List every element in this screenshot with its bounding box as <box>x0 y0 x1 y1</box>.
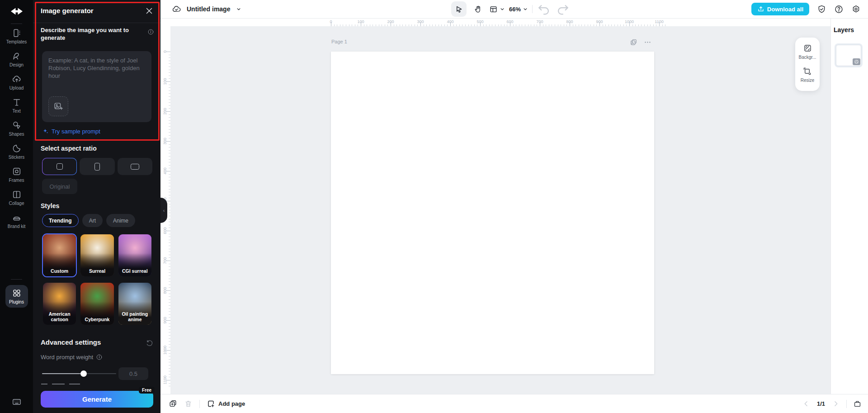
export-box-icon[interactable] <box>853 399 862 408</box>
generate-button-label: Generate <box>82 395 112 403</box>
sidebar-item-collage[interactable]: Collage <box>2 190 31 206</box>
sidebar-item-upload[interactable]: Upload <box>2 74 31 91</box>
word-prompt-weight-value[interactable] <box>118 367 148 380</box>
slider-thumb[interactable] <box>80 370 87 377</box>
v-ruler-label: 600 <box>163 226 167 235</box>
horizontal-ruler: 010020030040050060070080090010001100 <box>160 19 830 26</box>
aspect-option-landscape[interactable] <box>118 158 152 175</box>
landscape-shape-icon <box>131 164 139 170</box>
stickers-icon <box>12 143 22 153</box>
document-title-group[interactable]: Untitled image <box>172 0 242 18</box>
page-label[interactable]: Page 1 <box>331 39 347 44</box>
shield-check-icon[interactable] <box>817 5 826 14</box>
sidebar-item-label: Shapes <box>9 132 24 137</box>
style-card-cyberpunk[interactable]: Cyberpunk <box>80 282 114 326</box>
style-tab-trending[interactable]: Trending <box>42 214 79 227</box>
background-tool-button[interactable]: Backgr... <box>799 43 816 60</box>
sidebar-item-label: Design <box>9 62 24 68</box>
undo-button[interactable] <box>536 1 552 17</box>
download-icon <box>757 5 764 13</box>
download-all-button[interactable]: Download all <box>751 3 809 15</box>
sidebar-nav: TemplatesDesignUploadTextShapesStickersF… <box>0 28 33 308</box>
sidebar-item-plugins[interactable]: Plugins <box>5 285 28 308</box>
sidebar-item-frames[interactable]: Frames <box>2 166 31 183</box>
layer-thumbnail[interactable] <box>835 43 863 67</box>
v-ruler-label: 1000 <box>163 346 167 355</box>
style-card-surreal[interactable]: Surreal <box>80 233 114 277</box>
v-ruler-label: 200 <box>163 107 167 116</box>
style-card-cgi-surreal[interactable]: CGI surreal <box>118 233 152 277</box>
generate-button[interactable]: Generate Free <box>41 391 153 408</box>
styles-grid: CustomSurrealCGI surrealAmerican cartoon… <box>42 233 152 326</box>
aspect-option-square[interactable] <box>42 158 77 175</box>
document-title[interactable]: Untitled image <box>187 5 230 13</box>
keyboard-shortcuts-icon[interactable] <box>0 397 33 407</box>
sidebar-item-text[interactable]: Text <box>2 97 31 114</box>
chevron-down-icon[interactable] <box>236 6 242 12</box>
panel-title: Image generator <box>41 7 94 14</box>
duplicate-page-icon[interactable] <box>169 399 177 408</box>
reset-icon[interactable] <box>146 339 153 347</box>
style-card-american-cartoon[interactable]: American cartoon <box>42 282 77 326</box>
original-aspect-button[interactable]: Original <box>42 179 77 194</box>
style-tab-anime[interactable]: Anime <box>106 214 135 227</box>
hand-tool-button[interactable] <box>470 1 486 17</box>
page-indicator: 1/1 <box>817 400 825 407</box>
resize-tool-button[interactable]: Resize <box>801 66 815 83</box>
try-sample-prompt-button[interactable]: Try sample prompt <box>42 128 100 135</box>
close-icon[interactable] <box>144 6 154 16</box>
add-page-button[interactable]: Add page <box>207 399 245 408</box>
describe-label: Describe the image you want to generate <box>41 26 133 42</box>
layout-tool-button[interactable] <box>489 5 505 14</box>
style-tab-art[interactable]: Art <box>82 214 103 227</box>
templates-icon <box>12 28 22 38</box>
add-page-label: Add page <box>218 400 245 407</box>
layer-background-badge <box>853 58 860 65</box>
h-ruler-label: 400 <box>447 19 453 24</box>
v-ruler-label: 400 <box>163 166 167 176</box>
add-reference-image-button[interactable] <box>48 96 68 116</box>
more-options-icon[interactable] <box>644 38 652 47</box>
sidebar-item-brand-kit[interactable]: Brand kit <box>2 213 31 229</box>
word-prompt-weight-slider[interactable] <box>42 370 116 377</box>
h-ruler-label: 1100 <box>655 19 663 24</box>
select-tool-button[interactable] <box>451 1 467 17</box>
panel-header: Image generator <box>33 0 160 23</box>
collapse-panel-handle[interactable]: ‹ <box>160 198 167 223</box>
style-card-label: CGI surreal <box>119 268 151 274</box>
duplicate-page-icon[interactable] <box>630 38 638 47</box>
design-page[interactable] <box>331 52 654 374</box>
previous-page-icon[interactable] <box>802 399 811 408</box>
layers-title: Layers <box>834 26 854 33</box>
collage-icon <box>12 190 22 199</box>
aspect-option-portrait[interactable] <box>80 158 114 175</box>
next-page-icon[interactable] <box>831 399 840 408</box>
resize-tool-label: Resize <box>801 78 815 83</box>
info-icon[interactable] <box>147 28 154 35</box>
h-ruler-label: 500 <box>476 19 483 24</box>
style-card-custom[interactable]: Custom <box>42 233 77 277</box>
bottom-toolbar: Add page 1/1 <box>160 394 868 413</box>
settings-gear-icon[interactable] <box>851 5 861 14</box>
info-icon[interactable] <box>96 354 103 361</box>
help-icon[interactable] <box>834 5 844 14</box>
delete-page-icon[interactable] <box>184 399 193 408</box>
sidebar-item-stickers[interactable]: Stickers <box>2 143 31 160</box>
style-tabs: TrendingArtAnime <box>42 214 135 227</box>
h-ruler-label: 300 <box>417 19 424 24</box>
style-card-oil-painting-anime[interactable]: Oil painting anime <box>118 282 152 326</box>
sidebar-item-shapes[interactable]: Shapes <box>2 120 31 137</box>
capcut-logo-icon[interactable] <box>0 4 33 19</box>
sidebar-item-design[interactable]: Design <box>2 51 31 68</box>
sidebar-item-templates[interactable]: Templates <box>2 28 31 45</box>
image-generator-panel: Image generator Describe the image you w… <box>33 0 160 413</box>
canvas-area[interactable]: 010020030040050060070080090010001100 010… <box>160 19 830 394</box>
layout-icon <box>489 5 498 14</box>
bottombar-left: Add page <box>169 394 245 413</box>
redo-button[interactable] <box>555 1 571 17</box>
sidebar-item-label: Frames <box>9 178 24 183</box>
chevron-down-icon <box>522 6 528 12</box>
canvas-tools: 66% <box>451 1 571 17</box>
zoom-level-dropdown[interactable]: 66% <box>509 6 528 13</box>
h-ruler-label: 700 <box>536 19 543 24</box>
